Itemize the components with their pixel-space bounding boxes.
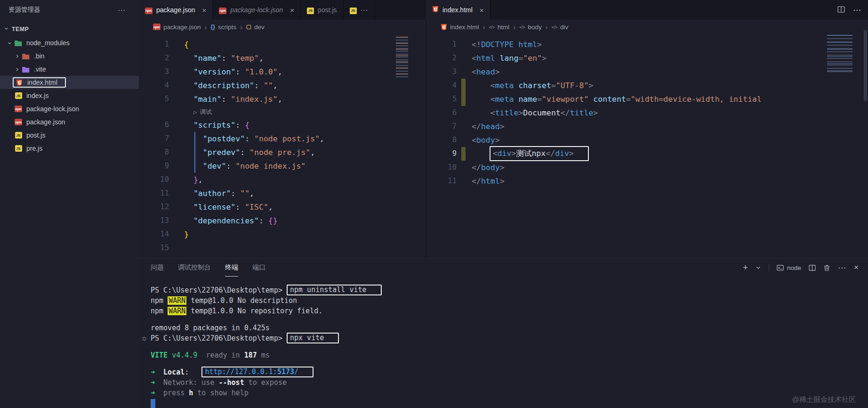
trash-icon[interactable] <box>823 264 830 271</box>
code-line-10[interactable]: 10</body> <box>426 161 868 174</box>
code-line-1[interactable]: 1<!DOCTYPE html> <box>426 38 868 51</box>
line-number: 11 <box>139 187 169 200</box>
tree-item-package-lock.json[interactable]: npmpackage-lock.json <box>0 102 139 115</box>
terminal-output[interactable]: PS C:\Users\22706\Desktop\temp> npm unin… <box>139 285 868 408</box>
code-line-11[interactable]: 11</html> <box>426 174 868 188</box>
code-text: "postdev": "node post.js", <box>169 134 324 143</box>
editor-index-html[interactable]: 1<!DOCTYPE html>2<html lang="en">3<head>… <box>426 34 868 258</box>
braces-icon: {} <box>211 24 215 30</box>
tree-item-post.js[interactable]: JSpost.js <box>0 129 139 142</box>
code-line-3[interactable]: 3<head> <box>426 65 868 79</box>
line-number: 1 <box>426 38 457 51</box>
terminal-panel: 问题调试控制台终端端口 + node ⋯ × PS C:\Users\22706… <box>139 258 868 408</box>
code-line-7[interactable]: 7 "postdev": "node post.js", <box>139 132 426 146</box>
close-icon[interactable]: × <box>480 6 484 14</box>
code-line-8[interactable]: 8<body> <box>426 133 868 147</box>
breadcrumb-left: npmpackage.json›{}scripts›dev <box>139 20 426 34</box>
tree-item-label: .bin <box>34 52 45 60</box>
editor-package-json[interactable]: 1{2 "name": "temp",3 "version": "1.0.0",… <box>139 34 426 258</box>
code-line-2[interactable]: 2 "name": "temp", <box>139 51 426 65</box>
tree-item-package.json[interactable]: npmpackage.json <box>0 115 139 129</box>
terminal-line: VITE v4.4.9 ready in 187 ms <box>139 350 868 360</box>
more-actions-icon[interactable]: ⋯ <box>853 5 861 15</box>
code-line-9[interactable]: 9 "dev": "node index.js" <box>139 159 426 173</box>
close-icon[interactable]: × <box>202 6 207 14</box>
split-editor-icon[interactable] <box>837 6 845 15</box>
breadcrumb-right: index.html›</>html›</>body›</>div <box>426 20 868 34</box>
close-panel-icon[interactable]: × <box>854 263 859 272</box>
explorer-more-icon[interactable]: ⋯ <box>118 6 126 15</box>
breadcrumb-index.html[interactable]: index.html <box>441 24 479 31</box>
code-line-2[interactable]: 2<html lang="en"> <box>426 51 868 65</box>
panel-tab-debug-console[interactable]: 调试控制台 <box>178 259 211 277</box>
panel-actions: + node ⋯ × <box>743 259 859 277</box>
code-text: <meta name="viewport" content="width=dev… <box>457 95 762 104</box>
tab-index.html[interactable]: index.html× <box>426 0 490 20</box>
tab-label: package.json <box>156 6 195 14</box>
code-line-12[interactable]: 12 "license": "ISC", <box>139 200 426 214</box>
crumb-label: div <box>560 24 568 31</box>
tab-bar-group2: index.html× <box>426 0 490 20</box>
tree-item-.vite[interactable]: .vite <box>0 63 139 76</box>
tab-label: post.js <box>318 6 337 14</box>
code-text: "dependencies": {} <box>169 216 278 225</box>
code-line-6[interactable]: 6 <title>Document</title> <box>426 106 868 120</box>
tree-item-index.js[interactable]: JSindex.js <box>0 89 139 102</box>
profile-label: node <box>787 264 801 271</box>
line-number: 5 <box>139 92 169 106</box>
panel-tab-problems[interactable]: 问题 <box>151 259 164 277</box>
explorer-title: 资源管理器 <box>8 6 40 14</box>
split-terminal-icon[interactable] <box>809 264 816 271</box>
panel-more-icon[interactable]: ⋯ <box>838 263 846 273</box>
terminal-profile[interactable]: node <box>777 264 801 271</box>
breadcrumb-scripts[interactable]: {}scripts <box>211 24 236 31</box>
panel-tab-ports[interactable]: 端口 <box>252 259 265 277</box>
new-terminal-button[interactable]: + <box>743 262 748 273</box>
code-line-6[interactable]: 6 "scripts": { <box>139 118 426 132</box>
line-number: 15 <box>139 241 169 255</box>
tab-overflow[interactable]: JS⋯ <box>344 0 375 20</box>
tab-package-lock.json[interactable]: npmpackage-lock.json× <box>213 0 301 20</box>
close-icon[interactable]: × <box>290 6 294 14</box>
breadcrumb-html[interactable]: </>html <box>489 24 510 31</box>
breadcrumb-package.json[interactable]: npmpackage.json <box>153 24 201 31</box>
line-number: 2 <box>426 51 457 65</box>
code-line-14[interactable]: 14} <box>139 228 426 241</box>
chevron-down-icon <box>6 41 14 46</box>
tree-item-pre.js[interactable]: JSpre.js <box>0 142 139 155</box>
tree-item-node_modules[interactable]: node_modules <box>0 36 139 49</box>
code-line-3[interactable]: 3 "version": "1.0.0", <box>139 65 426 79</box>
code-text: "predev": "node pre.js", <box>169 148 315 157</box>
tab-label: index.html <box>442 6 473 14</box>
code-line-9[interactable]: 9 <div>测试npx</div> <box>426 147 868 161</box>
explorer-section-temp[interactable]: TEMP <box>0 20 139 36</box>
code-line-11[interactable]: 11 "author": "", <box>139 187 426 200</box>
code-line-4[interactable]: 4 <meta charset="UTF-8"> <box>426 79 868 92</box>
chevron-down-icon[interactable] <box>755 265 761 270</box>
tree-item-label: index.html <box>27 79 57 86</box>
panel-tab-terminal[interactable]: 终端 <box>225 259 238 277</box>
tab-label: package-lock.json <box>230 6 283 14</box>
tab-post.js[interactable]: JSpost.js <box>301 0 343 20</box>
codelens-debug[interactable]: ▷调试 <box>139 106 426 118</box>
code-line-5[interactable]: 5 <meta name="viewport" content="width=d… <box>426 92 868 106</box>
breadcrumb-body[interactable]: </>body <box>519 24 542 31</box>
breadcrumb-div[interactable]: </>div <box>552 24 569 31</box>
tree-item-index.html[interactable]: index.html <box>0 76 139 89</box>
code-line-15[interactable]: 15 <box>139 241 426 255</box>
section-label: TEMP <box>12 26 29 33</box>
code-line-1[interactable]: 1{ <box>139 38 426 51</box>
tree-item-.bin[interactable]: .bin <box>0 49 139 63</box>
code-line-8[interactable]: 8 "predev": "node pre.js", <box>139 146 426 159</box>
line-number: 3 <box>426 65 457 79</box>
breadcrumb-dev[interactable]: dev <box>246 24 265 31</box>
minimap[interactable] <box>827 35 852 73</box>
code-line-7[interactable]: 7</head> <box>426 120 868 133</box>
tab-package.json[interactable]: npmpackage.json× <box>139 0 213 20</box>
minimap[interactable] <box>396 37 408 78</box>
code-line-4[interactable]: 4 "description": "", <box>139 79 426 92</box>
scrollbar[interactable] <box>864 30 867 101</box>
code-line-13[interactable]: 13 "dependencies": {} <box>139 214 426 228</box>
code-line-5[interactable]: 5 "main": "index.js", <box>139 92 426 106</box>
code-line-10[interactable]: 10 }, <box>139 173 426 187</box>
